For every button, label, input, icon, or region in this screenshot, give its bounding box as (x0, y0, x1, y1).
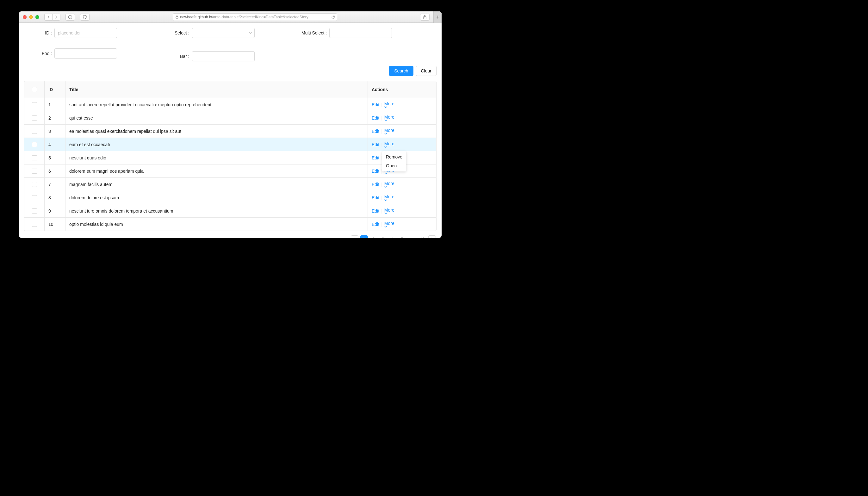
more-link[interactable]: More (384, 141, 396, 148)
data-table: ID Title Actions 1sunt aut facere repell… (24, 81, 436, 231)
share-button[interactable] (420, 14, 430, 20)
more-link[interactable]: More (384, 128, 396, 135)
cell-id: 7 (45, 178, 65, 191)
address-bar[interactable]: newbeefe.github.io/antd-data-table/?sele… (173, 13, 337, 21)
foo-label: Foo : (24, 51, 55, 56)
shield-button[interactable] (80, 14, 90, 20)
multi-select-input[interactable] (329, 28, 392, 38)
clear-button[interactable]: Clear (416, 66, 436, 76)
edit-link[interactable]: Edit (372, 222, 379, 227)
cell-title: dolorem dolore est ipsam (65, 191, 368, 204)
cell-title: eum et est occaecati (65, 138, 368, 151)
edit-link[interactable]: Edit (372, 195, 379, 200)
cell-title: nesciunt quas odio (65, 151, 368, 164)
more-link[interactable]: More (384, 207, 396, 215)
row-checkbox[interactable] (32, 208, 37, 214)
chevron-down-icon (384, 199, 396, 201)
traffic-lights (23, 15, 39, 19)
url-text: newbeefe.github.io/antd-data-table/?sele… (180, 15, 308, 19)
more-link[interactable]: More (384, 181, 396, 188)
browser-window: newbeefe.github.io/antd-data-table/?sele… (19, 11, 441, 238)
divider: | (381, 102, 383, 107)
pagination: 12345 ••• 10 (24, 231, 436, 238)
edit-link[interactable]: Edit (372, 115, 379, 121)
row-checkbox[interactable] (32, 102, 37, 107)
svg-rect-2 (176, 17, 178, 18)
cell-actions: Edit|More (368, 218, 436, 231)
id-label: ID : (24, 30, 55, 35)
edit-link[interactable]: Edit (372, 182, 379, 187)
row-checkbox[interactable] (32, 169, 37, 174)
close-window-button[interactable] (23, 15, 27, 19)
pagination-page[interactable]: 5 (398, 235, 406, 238)
reader-button[interactable] (65, 14, 75, 20)
row-checkbox[interactable] (32, 222, 37, 227)
table-row: 9nesciunt iure omnis dolorem tempora et … (25, 204, 436, 218)
cell-actions: Edit|More (368, 125, 436, 138)
bar-label: Bar : (161, 54, 192, 59)
row-checkbox[interactable] (32, 195, 37, 200)
row-checkbox[interactable] (32, 155, 37, 160)
select-input[interactable] (192, 28, 255, 38)
pagination-page[interactable]: 4 (389, 235, 397, 238)
select-label: Select : (161, 30, 192, 35)
row-checkbox[interactable] (32, 142, 37, 147)
id-input[interactable] (55, 28, 117, 38)
pagination-ellipsis[interactable]: ••• (408, 235, 417, 238)
pagination-page[interactable]: 3 (379, 235, 387, 238)
maximize-window-button[interactable] (35, 15, 39, 19)
more-link[interactable]: More (384, 114, 396, 122)
divider: | (381, 142, 383, 147)
cell-title: qui est esse (65, 111, 368, 124)
forward-button[interactable] (52, 14, 60, 20)
back-button[interactable] (44, 14, 52, 20)
table-row: 2qui est esseEdit|More (25, 111, 436, 125)
more-link[interactable]: More (384, 101, 396, 108)
pagination-page[interactable]: 1 (360, 235, 368, 238)
table-row: 5nesciunt quas odioEdit|More (25, 151, 436, 165)
table-row: 4eum et est occaecatiEdit|More (25, 138, 436, 151)
new-tab-button[interactable] (433, 11, 441, 23)
edit-link[interactable]: Edit (372, 169, 379, 174)
cell-id: 8 (45, 191, 65, 204)
chevron-down-icon (384, 106, 396, 108)
row-checkbox[interactable] (32, 115, 37, 121)
chevron-down-icon (384, 133, 396, 135)
reload-icon[interactable] (331, 15, 335, 19)
edit-link[interactable]: Edit (372, 155, 379, 160)
cell-title: ea molestias quasi exercitationem repell… (65, 125, 368, 138)
dropdown-item[interactable]: Remove (382, 153, 406, 161)
row-checkbox[interactable] (32, 182, 37, 187)
dropdown-item[interactable]: Open (382, 161, 406, 170)
edit-link[interactable]: Edit (372, 129, 379, 134)
chevron-down-icon (384, 173, 396, 175)
divider: | (381, 115, 383, 121)
header-title: Title (65, 81, 368, 98)
chevron-down-icon (384, 186, 396, 188)
foo-input[interactable] (55, 48, 117, 59)
table-header: ID Title Actions (25, 81, 436, 98)
chevron-down-icon (384, 226, 396, 228)
search-button[interactable]: Search (389, 66, 413, 76)
pagination-prev[interactable] (351, 235, 358, 238)
pagination-last[interactable]: 10 (418, 235, 427, 238)
cell-actions: Edit|More (368, 98, 436, 111)
titlebar: newbeefe.github.io/antd-data-table/?sele… (19, 11, 441, 23)
edit-link[interactable]: Edit (372, 102, 379, 107)
table-row: 10optio molestias id quia eumEdit|More (25, 218, 436, 231)
pagination-next[interactable] (428, 235, 436, 238)
divider: | (381, 222, 383, 227)
cell-id: 9 (45, 204, 65, 217)
edit-link[interactable]: Edit (372, 208, 379, 214)
more-link[interactable]: More (384, 194, 396, 201)
select-all-checkbox[interactable] (32, 87, 37, 92)
cell-id: 3 (45, 125, 65, 138)
pagination-page[interactable]: 2 (370, 235, 377, 238)
cell-actions: Edit|More (368, 204, 436, 217)
edit-link[interactable]: Edit (372, 142, 379, 147)
cell-id: 1 (45, 98, 65, 111)
row-checkbox[interactable] (32, 129, 37, 134)
minimize-window-button[interactable] (29, 15, 33, 19)
more-link[interactable]: More (384, 221, 396, 228)
bar-input[interactable] (192, 51, 255, 61)
